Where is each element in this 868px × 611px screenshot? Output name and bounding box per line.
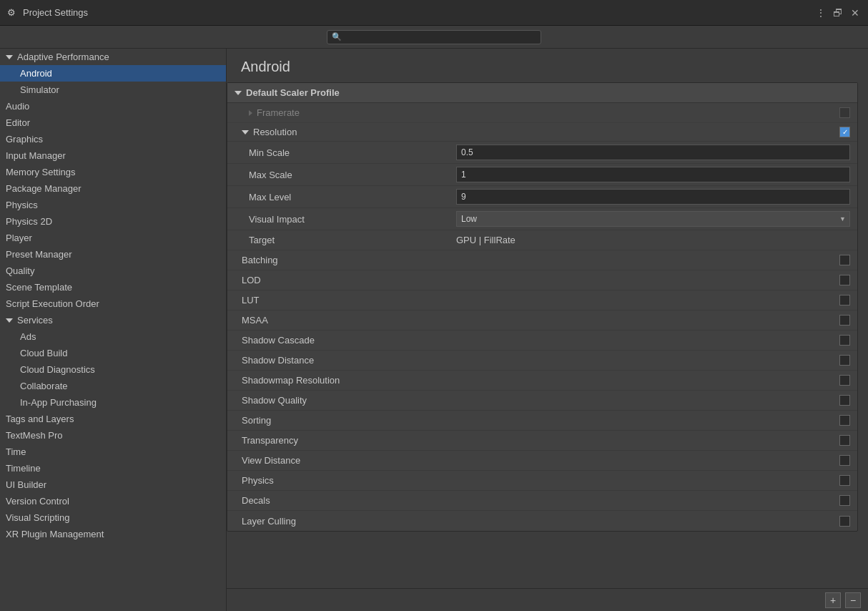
search-wrapper: 🔍 [327, 30, 541, 44]
checkbox-shadow-cascade[interactable] [839, 335, 850, 346]
sidebar-item-label: Ads [20, 331, 36, 342]
sidebar-item-label: Visual Scripting [6, 512, 69, 523]
min-scale-input[interactable] [456, 145, 850, 160]
sidebar-item-time[interactable]: Time [0, 444, 226, 460]
checkbox-row-shadowmap-resolution: Shadowmap Resolution [227, 371, 857, 391]
max-scale-label: Max Scale [249, 170, 456, 180]
sidebar-item-collaborate[interactable]: Collaborate [0, 378, 226, 394]
sidebar-item-package-manager[interactable]: Package Manager [0, 180, 226, 197]
sidebar-item-in-app-purchasing[interactable]: In-App Purchasing [0, 394, 226, 411]
content-footer: + − [227, 588, 868, 611]
checkbox-row-lod: LOD [227, 270, 857, 290]
sidebar-item-label: Input Manager [6, 150, 66, 161]
checkbox-shadow-quality[interactable] [839, 395, 850, 406]
checkbox-row-lut: LUT [227, 290, 857, 311]
sidebar-item-cloud-build[interactable]: Cloud Build [0, 345, 226, 361]
more-options-btn[interactable]: ⋮ [815, 7, 827, 19]
checkbox-label: Shadow Distance [242, 355, 314, 366]
sidebar-item-visual-scripting[interactable]: Visual Scripting [0, 509, 226, 526]
sidebar-item-services[interactable]: Services [0, 312, 226, 328]
add-button[interactable]: + [825, 592, 841, 608]
sidebar-item-label: Time [6, 446, 26, 457]
visual-impact-label: Visual Impact [249, 214, 456, 225]
sidebar-item-ui-builder[interactable]: UI Builder [0, 476, 226, 493]
checkbox-physics[interactable] [839, 475, 850, 486]
checkbox-row-shadow-distance: Shadow Distance [227, 351, 857, 371]
checkbox-lut[interactable] [839, 295, 850, 306]
framerate-expand-icon [249, 110, 252, 116]
sidebar-arrow-icon [6, 55, 13, 59]
visual-impact-select[interactable]: Low Medium High [456, 211, 850, 227]
framerate-checkbox[interactable] [839, 107, 850, 118]
sidebar-item-label: Cloud Diagnostics [20, 364, 95, 375]
sidebar-item-textmesh-pro[interactable]: TextMesh Pro [0, 427, 226, 444]
sidebar-item-label: Script Execution Order [6, 298, 99, 309]
checkbox-row-transparency: Transparency [227, 431, 857, 451]
checkbox-row-physics: Physics [227, 471, 857, 491]
sidebar-item-label: Simulator [20, 84, 59, 95]
sidebar-item-label: Tags and Layers [6, 414, 74, 424]
search-input[interactable] [345, 32, 536, 42]
sidebar-item-simulator[interactable]: Simulator [0, 82, 226, 98]
checkbox-label: LUT [242, 295, 260, 306]
main-layout: Adaptive PerformanceAndroidSimulatorAudi… [0, 49, 868, 611]
sidebar-item-label: Memory Settings [6, 167, 76, 177]
sidebar-item-adaptive-performance[interactable]: Adaptive Performance [0, 49, 226, 65]
checkbox-sorting[interactable] [839, 415, 850, 426]
checkbox-decals[interactable] [839, 495, 850, 506]
default-scaler-header[interactable]: Default Scaler Profile [227, 83, 857, 103]
settings-icon: ⚙ [7, 7, 19, 19]
visual-impact-select-wrapper: Low Medium High [456, 211, 850, 227]
sidebar-item-input-manager[interactable]: Input Manager [0, 147, 226, 164]
sidebar-item-graphics[interactable]: Graphics [0, 131, 226, 147]
resolution-expand-icon [242, 130, 249, 135]
sidebar-item-ads[interactable]: Ads [0, 328, 226, 345]
resolution-checkbox[interactable] [839, 127, 850, 137]
sidebar-item-label: Scene Template [6, 282, 72, 293]
sidebar: Adaptive PerformanceAndroidSimulatorAudi… [0, 49, 227, 611]
sidebar-item-timeline[interactable]: Timeline [0, 460, 226, 476]
resolution-header[interactable]: Resolution [227, 123, 857, 142]
remove-button[interactable]: − [845, 592, 861, 608]
sidebar-item-preset-manager[interactable]: Preset Manager [0, 246, 226, 263]
max-scale-input[interactable] [456, 167, 850, 182]
checkbox-lod[interactable] [839, 275, 850, 285]
sidebar-item-memory-settings[interactable]: Memory Settings [0, 164, 226, 180]
sidebar-item-audio[interactable]: Audio [0, 98, 226, 114]
sidebar-item-editor[interactable]: Editor [0, 114, 226, 131]
sidebar-item-cloud-diagnostics[interactable]: Cloud Diagnostics [0, 361, 226, 378]
checkbox-view-distance[interactable] [839, 455, 850, 466]
checkbox-shadowmap-resolution[interactable] [839, 375, 850, 386]
sidebar-item-xr-plugin-management[interactable]: XR Plugin Management [0, 526, 226, 542]
min-scale-label: Min Scale [249, 147, 456, 158]
checkbox-row-batching: Batching [227, 250, 857, 270]
checkbox-row-shadow-cascade: Shadow Cascade [227, 331, 857, 351]
checkbox-row-layer-culling: Layer Culling [227, 511, 857, 531]
maximize-btn[interactable]: 🗗 [832, 7, 844, 19]
checkbox-shadow-distance[interactable] [839, 355, 850, 366]
search-icon: 🔍 [332, 32, 342, 41]
max-level-row: Max Level [227, 186, 857, 208]
sidebar-item-player[interactable]: Player [0, 230, 226, 246]
sidebar-item-scene-template[interactable]: Scene Template [0, 279, 226, 295]
checkbox-transparency[interactable] [839, 435, 850, 446]
sidebar-item-tags-and-layers[interactable]: Tags and Layers [0, 411, 226, 427]
sidebar-item-quality[interactable]: Quality [0, 263, 226, 279]
close-btn[interactable]: ✕ [849, 7, 861, 19]
sidebar-item-physics-2d[interactable]: Physics 2D [0, 213, 226, 230]
sidebar-item-label: Physics 2D [6, 216, 52, 227]
max-scale-row: Max Scale [227, 164, 857, 186]
checkbox-msaa[interactable] [839, 315, 850, 326]
checkbox-label: Shadowmap Resolution [242, 375, 340, 386]
sidebar-item-physics[interactable]: Physics [0, 197, 226, 213]
max-level-input[interactable] [456, 189, 850, 205]
sidebar-item-label: Graphics [6, 134, 43, 145]
framerate-label: Framerate [257, 107, 300, 118]
sidebar-item-android[interactable]: Android [0, 65, 226, 82]
checkbox-label: Sorting [242, 415, 271, 426]
sidebar-item-version-control[interactable]: Version Control [0, 493, 226, 509]
checkbox-batching[interactable] [839, 255, 850, 265]
checkbox-label: MSAA [242, 315, 268, 326]
checkbox-layer-culling[interactable] [839, 516, 850, 527]
sidebar-item-script-execution-order[interactable]: Script Execution Order [0, 295, 226, 312]
